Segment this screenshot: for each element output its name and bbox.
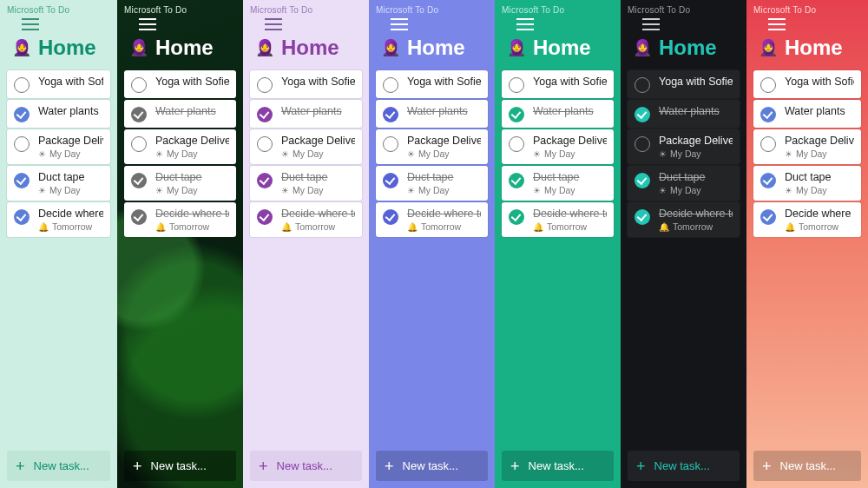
list-header: 🧕Home xyxy=(0,36,117,70)
unchecked-circle-icon[interactable] xyxy=(131,136,147,152)
new-task-label: New task... xyxy=(780,459,836,472)
unchecked-circle-icon[interactable] xyxy=(14,136,30,152)
unchecked-circle-icon[interactable] xyxy=(257,77,273,93)
task-row[interactable]: Water plants xyxy=(376,100,488,128)
checked-circle-icon[interactable] xyxy=(257,173,273,188)
task-row[interactable]: Water plants xyxy=(628,100,740,128)
task-row[interactable]: Duct tape☀My Day xyxy=(7,166,110,201)
new-task-button[interactable]: +New task... xyxy=(7,451,110,481)
task-row[interactable]: Yoga with Sofie xyxy=(124,70,236,98)
task-row[interactable]: Package Delivery☀My Day xyxy=(124,129,236,164)
task-row[interactable]: Package Delivery☀My Day xyxy=(628,129,740,164)
task-row[interactable]: Water plants xyxy=(753,100,861,128)
menu-icon[interactable] xyxy=(117,16,243,36)
sun-icon: ☀ xyxy=(38,148,46,159)
task-row[interactable]: Package Delivery☀My Day xyxy=(7,129,110,164)
task-row[interactable]: Duct tape☀My Day xyxy=(376,166,488,201)
unchecked-circle-icon[interactable] xyxy=(760,136,776,152)
task-row[interactable]: Decide where to go for the weekend🔔Tomor… xyxy=(250,202,362,237)
checked-circle-icon[interactable] xyxy=(760,209,776,225)
unchecked-circle-icon[interactable] xyxy=(509,136,524,152)
checked-circle-icon[interactable] xyxy=(509,107,524,122)
task-label: Water plants xyxy=(281,105,342,117)
task-row[interactable]: Decide where to go for the weekend🔔Tomor… xyxy=(124,202,236,237)
task-meta: ☀My Day xyxy=(533,185,580,195)
checked-circle-icon[interactable] xyxy=(635,107,650,122)
checked-circle-icon[interactable] xyxy=(14,173,30,188)
new-task-button[interactable]: +New task... xyxy=(502,451,614,481)
task-row[interactable]: Yoga with Sofie xyxy=(628,70,740,98)
new-task-button[interactable]: +New task... xyxy=(376,451,488,481)
theme-panel: Microsoft To Do 🧕HomeYoga with SofieWate… xyxy=(621,0,746,488)
menu-icon[interactable] xyxy=(0,16,117,36)
checked-circle-icon[interactable] xyxy=(131,107,147,122)
app-title: Microsoft To Do xyxy=(243,0,369,16)
task-row[interactable]: Package Delivery☀My Day xyxy=(376,129,488,164)
task-row[interactable]: Yoga with Sofie xyxy=(753,70,861,98)
task-meta: ☀My Day xyxy=(38,185,85,195)
new-task-label: New task... xyxy=(151,459,207,472)
unchecked-circle-icon[interactable] xyxy=(14,77,30,93)
task-row[interactable]: Water plants xyxy=(502,100,614,128)
checked-circle-icon[interactable] xyxy=(131,209,147,225)
checked-circle-icon[interactable] xyxy=(383,107,398,122)
checked-circle-icon[interactable] xyxy=(14,209,30,225)
task-row[interactable]: Duct tape☀My Day xyxy=(628,166,740,201)
task-row[interactable]: Package Delivery☀My Day xyxy=(250,129,362,164)
task-row[interactable]: Yoga with Sofie xyxy=(7,70,110,98)
task-row[interactable]: Decide where to go for the weekend🔔Tomor… xyxy=(376,202,488,237)
task-row[interactable]: Duct tape☀My Day xyxy=(250,166,362,201)
checked-circle-icon[interactable] xyxy=(760,173,776,188)
new-task-button[interactable]: +New task... xyxy=(250,451,362,481)
checked-circle-icon[interactable] xyxy=(14,107,30,122)
checked-circle-icon[interactable] xyxy=(635,209,650,225)
theme-panel: Microsoft To Do 🧕HomeYoga with SofieWate… xyxy=(243,0,369,488)
checked-circle-icon[interactable] xyxy=(257,107,273,122)
task-row[interactable]: Package Delivery☀My Day xyxy=(502,129,614,164)
task-row[interactable]: Duct tape☀My Day xyxy=(502,166,614,201)
new-task-button[interactable]: +New task... xyxy=(753,451,861,481)
task-row[interactable]: Duct tape☀My Day xyxy=(753,166,861,201)
unchecked-circle-icon[interactable] xyxy=(257,136,273,152)
unchecked-circle-icon[interactable] xyxy=(760,77,776,93)
unchecked-circle-icon[interactable] xyxy=(635,136,650,152)
checked-circle-icon[interactable] xyxy=(257,209,273,225)
task-meta-text: My Day xyxy=(418,148,450,159)
unchecked-circle-icon[interactable] xyxy=(131,77,147,93)
task-label: Duct tape xyxy=(407,171,454,183)
menu-icon[interactable] xyxy=(369,16,495,36)
task-row[interactable]: Yoga with Sofie xyxy=(502,70,614,98)
task-row[interactable]: Duct tape☀My Day xyxy=(124,166,236,201)
checked-circle-icon[interactable] xyxy=(509,209,524,225)
task-meta: ☀My Day xyxy=(785,148,854,159)
task-row[interactable]: Decide where to go for the weekend🔔Tomor… xyxy=(7,202,110,237)
checked-circle-icon[interactable] xyxy=(635,173,650,188)
unchecked-circle-icon[interactable] xyxy=(635,77,650,93)
unchecked-circle-icon[interactable] xyxy=(383,136,398,152)
checked-circle-icon[interactable] xyxy=(383,209,398,225)
menu-icon[interactable] xyxy=(495,16,621,36)
task-row[interactable]: Package Delivery☀My Day xyxy=(753,129,861,164)
task-label: Decide where to go for the weekend xyxy=(155,208,229,220)
menu-icon[interactable] xyxy=(621,16,746,36)
checked-circle-icon[interactable] xyxy=(383,173,398,188)
checked-circle-icon[interactable] xyxy=(509,173,524,188)
menu-icon[interactable] xyxy=(243,16,369,36)
checked-circle-icon[interactable] xyxy=(131,173,147,188)
task-row[interactable]: Decide where to go for the weekend🔔Tomor… xyxy=(753,202,861,237)
task-label: Package Delivery xyxy=(407,135,481,147)
menu-icon[interactable] xyxy=(746,16,868,36)
unchecked-circle-icon[interactable] xyxy=(509,77,524,93)
task-row[interactable]: Decide where to go for the weekend🔔Tomor… xyxy=(502,202,614,237)
task-row[interactable]: Water plants xyxy=(124,100,236,128)
unchecked-circle-icon[interactable] xyxy=(383,77,398,93)
new-task-button[interactable]: +New task... xyxy=(124,451,236,481)
task-row[interactable]: Yoga with Sofie xyxy=(376,70,488,98)
task-row[interactable]: Water plants xyxy=(7,100,110,128)
checked-circle-icon[interactable] xyxy=(760,107,776,122)
task-row[interactable]: Yoga with Sofie xyxy=(250,70,362,98)
list-title: Home xyxy=(659,36,717,60)
new-task-button[interactable]: +New task... xyxy=(628,451,740,481)
task-row[interactable]: Water plants xyxy=(250,100,362,128)
task-row[interactable]: Decide where to go for the weekend🔔Tomor… xyxy=(628,202,740,237)
